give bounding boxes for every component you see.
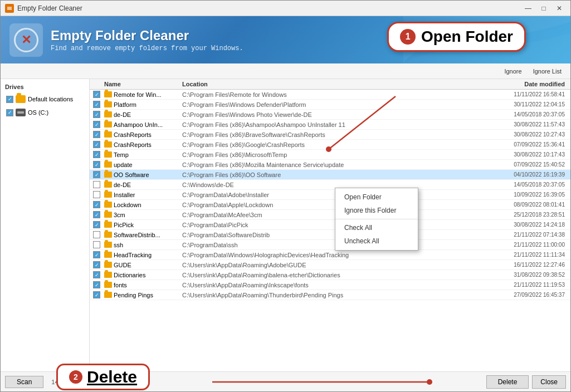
maximize-button[interactable]: □	[537, 3, 550, 13]
file-location: C:\Users\ink\AppData\Roaming\Inkscape\fo…	[182, 282, 495, 288]
file-name: GUDE	[104, 262, 182, 268]
row-checkbox-unchecked[interactable]	[93, 241, 100, 248]
file-date: 21/11/2022 11:00:00	[495, 242, 567, 248]
file-name: de-DE	[104, 111, 182, 118]
context-ignore-folder[interactable]: Ignore this Folder	[335, 204, 418, 217]
table-row[interactable]: fonts C:\Users\ink\AppData\Roaming\Inksc…	[90, 280, 570, 290]
ignore-button[interactable]: Ignore	[500, 67, 526, 76]
file-date: 10/09/2022 16:39:05	[495, 192, 567, 198]
folder-icon	[16, 95, 26, 103]
default-locations-checkbox[interactable]	[6, 96, 13, 103]
file-date: 14/05/2018 20:37:05	[495, 182, 567, 188]
filelist-body: Remote for Win... C:\Program Files\Remot…	[90, 90, 570, 371]
open-folder-callout: 1 Open Folder	[387, 22, 526, 52]
os-drive-checkbox[interactable]	[6, 109, 13, 116]
app-logo: ✕	[9, 23, 43, 57]
file-date: 21/11/2022 07:14:38	[495, 232, 567, 238]
minimize-button[interactable]: —	[521, 3, 535, 13]
sidebar-item-os-drive[interactable]: OS (C:)	[5, 107, 85, 118]
row-checkbox-unchecked[interactable]	[93, 231, 100, 238]
context-uncheck-all[interactable]: Uncheck All	[335, 234, 418, 248]
ignore-list-button[interactable]: Ignore List	[529, 67, 566, 76]
table-row[interactable]: CrashReports C:\Program Files (x86)\Goog…	[90, 140, 570, 150]
row-checkbox[interactable]	[93, 101, 100, 108]
scan-button[interactable]: Scan	[5, 376, 43, 388]
row-checkbox[interactable]	[93, 141, 100, 148]
sidebar-item-default-locations[interactable]: Default locations	[5, 94, 85, 105]
file-name: SoftwareDistrib...	[104, 232, 182, 238]
delete-callout: 2 Delete	[56, 364, 150, 390]
table-row[interactable]: ssh C:\ProgramData\ssh 21/11/2022 11:00:…	[90, 240, 570, 250]
file-location: C:\Program Files (x86)\Mozilla Maintenan…	[182, 161, 495, 168]
file-location: C:\Program Files\Windows Photo Viewer\de…	[182, 111, 495, 118]
file-location: C:\Program Files (x86)\Google\CrashRepor…	[182, 141, 495, 148]
table-row[interactable]: SoftwareDistrib... C:\ProgramData\Softwa…	[90, 230, 570, 240]
file-name: Platform	[104, 101, 182, 108]
file-date: 07/09/2022 15:36:41	[495, 141, 567, 148]
file-name: HeadTracking	[104, 252, 182, 258]
row-checkbox[interactable]	[93, 171, 100, 178]
table-row[interactable]: GUDE C:\Users\ink\AppData\Roaming\Adobe\…	[90, 260, 570, 270]
context-open-folder[interactable]: Open Folder	[335, 190, 418, 204]
table-row[interactable]: Installer C:\ProgramData\Adobe\Installer…	[90, 190, 570, 200]
row-checkbox[interactable]	[93, 201, 100, 208]
callout1-label: Open Folder	[421, 28, 513, 46]
file-name: fonts	[104, 282, 182, 288]
row-checkbox[interactable]	[93, 131, 100, 138]
table-row[interactable]: Ashampoo UnIn... C:\Program Files (x86)\…	[90, 120, 570, 130]
file-folder-icon	[104, 121, 112, 128]
file-date: 21/11/2022 11:11:34	[495, 252, 567, 258]
table-row[interactable]: Lockdown C:\ProgramData\Apple\Lockdown 0…	[90, 200, 570, 210]
file-folder-icon	[104, 252, 112, 258]
table-row[interactable]: de-DE C:\Windows\de-DE 14/05/2018 20:37:…	[90, 180, 570, 190]
row-checkbox[interactable]	[93, 151, 100, 158]
file-name: Dictionaries	[104, 272, 182, 278]
table-row[interactable]: PicPick C:\ProgramData\PicPick 30/08/202…	[90, 220, 570, 230]
toolbar: Ignore Ignore List	[1, 63, 570, 79]
app-subtitle: Find and remove empty folders from your …	[51, 45, 243, 52]
file-date: 14/05/2018 20:37:05	[495, 111, 567, 117]
header-text-block: Empty Folder Cleaner Find and remove emp…	[51, 28, 243, 52]
row-checkbox[interactable]	[93, 111, 100, 118]
table-row[interactable]: HeadTracking C:\ProgramData\Windows\Holo…	[90, 250, 570, 260]
file-folder-icon	[104, 111, 112, 117]
col-check	[93, 81, 104, 87]
file-folder-icon	[104, 262, 112, 268]
file-name: Pending Pings	[104, 292, 182, 298]
table-row[interactable]: Dictionaries C:\Users\ink\AppData\Roamin…	[90, 270, 570, 280]
sidebar-item-label-drive: OS (C:)	[28, 109, 48, 116]
file-folder-icon	[104, 101, 112, 107]
row-checkbox[interactable]	[93, 291, 100, 298]
row-checkbox[interactable]	[93, 221, 100, 228]
row-checkbox[interactable]	[93, 261, 100, 268]
row-checkbox[interactable]	[93, 251, 100, 258]
table-row[interactable]: update C:\Program Files (x86)\Mozilla Ma…	[90, 160, 570, 170]
table-row[interactable]: OO Software C:\Program Files (x86)\OO So…	[90, 170, 570, 180]
table-row[interactable]: de-DE C:\Program Files\Windows Photo Vie…	[90, 110, 570, 120]
table-row[interactable]: Platform C:\Program Files\Windows Defend…	[90, 100, 570, 110]
row-checkbox[interactable]	[93, 121, 100, 128]
app-title: Empty Folder Cleaner	[51, 28, 243, 43]
row-checkbox[interactable]	[93, 271, 100, 278]
row-checkbox[interactable]	[93, 281, 100, 288]
close-window-button[interactable]: ✕	[553, 3, 566, 13]
table-row[interactable]: CrashReports C:\Program Files (x86)\Brav…	[90, 130, 570, 140]
table-row[interactable]: Temp C:\Program Files (x86)\Microsoft\Te…	[90, 150, 570, 160]
table-row[interactable]: 3cm C:\ProgramData\McAfee\3cm 25/12/2018…	[90, 210, 570, 220]
delete-button[interactable]: Delete	[486, 375, 529, 389]
row-checkbox[interactable]	[93, 161, 100, 168]
table-row[interactable]: Remote for Win... C:\Program Files\Remot…	[90, 90, 570, 100]
file-date: 30/08/2022 14:24:18	[495, 222, 567, 228]
row-checkbox-unchecked[interactable]	[93, 181, 100, 188]
table-row[interactable]: Pending Pings C:\Users\ink\AppData\Roami…	[90, 290, 570, 300]
file-date: 25/12/2018 23:28:51	[495, 212, 567, 218]
context-check-all[interactable]: Check All	[335, 221, 418, 234]
file-folder-icon	[104, 151, 112, 158]
file-date: 04/10/2022 16:19:39	[495, 171, 567, 178]
row-checkbox[interactable]	[93, 91, 100, 98]
row-checkbox[interactable]	[93, 211, 100, 218]
row-checkbox-unchecked[interactable]	[93, 191, 100, 198]
file-name: Lockdown	[104, 202, 182, 208]
close-button[interactable]: Close	[532, 375, 566, 389]
logo-x-icon: ✕	[21, 33, 31, 47]
